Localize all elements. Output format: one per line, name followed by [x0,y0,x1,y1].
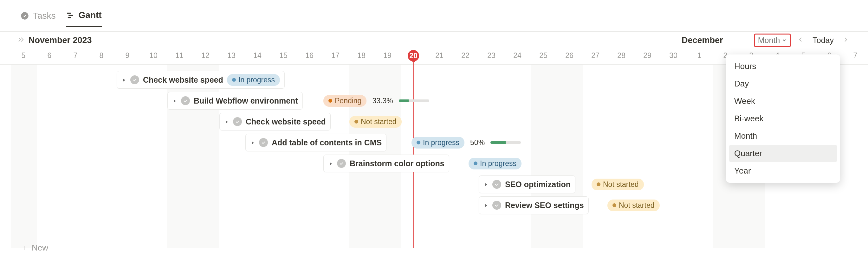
expand-caret-icon[interactable] [121,75,126,84]
task-percent: 50% [470,138,485,147]
status-label: In progress [480,159,517,168]
date-cell: 29 [643,51,651,60]
date-cell: 18 [357,51,366,60]
prev-button[interactable] [796,35,806,46]
date-cell: 12 [201,51,210,60]
date-cell: 15 [279,51,287,60]
date-cell: 11 [175,51,184,60]
today-dot [412,58,415,62]
task-check-icon[interactable] [492,180,501,189]
task-percent: 33.3% [372,97,393,105]
zoom-option-hours[interactable]: Hours [729,58,837,75]
task-check-icon[interactable] [181,96,190,105]
status-dot-icon [354,120,358,124]
task-title: Review SEO settings [505,201,584,210]
date-cell: 6 [48,51,52,60]
plus-icon [20,244,28,252]
task-card[interactable]: Build Webflow environment [167,92,303,110]
status-dot-icon [416,141,421,144]
date-cell: 23 [487,51,496,60]
tab-tasks-label: Tasks [33,11,56,21]
weekend-column [557,65,583,248]
task-check-icon[interactable] [233,117,242,126]
status-dot-icon [329,99,332,103]
status-label: In progress [423,138,459,147]
status-dot-icon [613,203,616,207]
task-card[interactable]: Add table of contents in CMS [245,134,386,151]
status-label: Pending [335,97,362,105]
task-card[interactable]: Review SEO settings [479,196,589,214]
new-button[interactable]: New [20,243,48,253]
expand-caret-icon[interactable] [224,117,229,126]
next-button[interactable] [841,35,851,46]
month-primary-label: November 2023 [29,35,92,45]
date-cell: 22 [461,51,469,60]
zoom-option-month[interactable]: Month [729,127,837,145]
date-cell: 14 [253,51,261,60]
date-cell: 17 [331,51,340,60]
task-title: Add table of contents in CMS [272,138,382,147]
view-tabs: Tasks Gantt [0,0,868,32]
task-extras: In progress50% [411,134,521,151]
tab-tasks[interactable]: Tasks [20,11,56,27]
zoom-option-year[interactable]: Year [729,162,837,179]
date-cell: 27 [591,51,599,60]
timeline-header: November 2023 December Month Today [0,32,868,49]
expand-caret-icon[interactable] [172,96,177,105]
date-cell: 1 [698,51,702,60]
task-card[interactable]: Check website speed [219,113,331,131]
progress-bar [490,141,521,144]
zoom-option-week[interactable]: Week [729,93,837,110]
task-card[interactable]: Check website speedIn progress [117,71,285,89]
date-cell: 7 [73,51,78,60]
expand-caret-icon[interactable] [250,138,255,147]
tab-gantt[interactable]: Gantt [66,10,102,27]
zoom-label: Month [758,36,780,45]
date-cell: 10 [149,51,158,60]
status-pill: In progress [227,74,280,86]
weekend-column [531,65,557,248]
status-label: Not started [619,201,655,210]
date-cell: 19 [383,51,392,60]
task-check-icon[interactable] [492,201,501,210]
expand-caret-icon[interactable] [484,180,489,189]
status-label: In progress [239,76,275,84]
progress-bar [399,99,429,102]
date-cell: 8 [99,51,104,60]
expand-caret-icon[interactable] [328,159,333,168]
task-extras: Not started [349,113,402,131]
task-check-icon[interactable] [337,159,346,168]
task-extras: Not started [592,175,644,193]
zoom-selector[interactable]: Month [754,34,791,47]
status-pill: Not started [349,116,402,128]
svg-rect-1 [67,13,71,14]
collapse-icon[interactable] [17,36,25,45]
today-button[interactable]: Today [810,35,836,46]
task-card[interactable]: SEO optimization [479,175,576,193]
date-cell: 16 [305,51,313,60]
zoom-option-day[interactable]: Day [729,75,837,93]
zoom-option-bi-week[interactable]: Bi-week [729,110,837,127]
svg-rect-2 [68,15,73,16]
zoom-option-quarter[interactable]: Quarter [729,145,837,162]
task-card[interactable]: Brainstorm color options [323,155,449,172]
tab-gantt-label: Gantt [79,10,102,20]
date-cell: 28 [617,51,625,60]
gantt-icon [66,11,75,20]
date-cell: 5 [22,51,26,60]
zoom-dropdown: HoursDayWeekBi-weekMonthQuarterYear [726,55,840,183]
chevron-down-icon [782,38,787,43]
status-pill: In progress [469,158,522,169]
expand-caret-icon[interactable] [484,201,489,210]
status-pill: Not started [592,179,644,190]
task-title: Check website speed [143,75,223,84]
date-cell: 30 [669,51,678,60]
month-secondary-label: December [682,35,723,45]
task-extras: Not started [608,196,660,214]
task-check-icon[interactable] [130,75,139,84]
task-check-icon[interactable] [259,138,268,147]
date-cell: 13 [227,51,236,60]
weekend-column [11,65,37,248]
status-dot-icon [474,162,477,165]
status-dot-icon [597,182,600,186]
